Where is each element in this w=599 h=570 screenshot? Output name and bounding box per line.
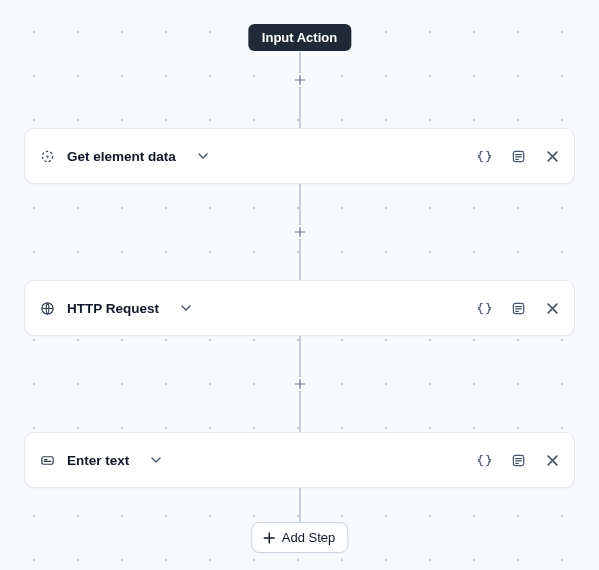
svg-rect-5 <box>41 456 52 464</box>
code-braces-icon[interactable] <box>476 148 492 164</box>
form-icon <box>39 452 55 468</box>
plus-icon <box>295 75 305 85</box>
add-step-label: Add Step <box>282 530 336 545</box>
workflow-header-chip[interactable]: Input Action <box>248 24 351 51</box>
chevron-down-icon[interactable] <box>179 301 193 315</box>
svg-point-1 <box>46 155 48 157</box>
chevron-down-icon[interactable] <box>196 149 210 163</box>
crosshair-icon <box>39 148 55 164</box>
code-braces-icon[interactable] <box>476 300 492 316</box>
insert-step-button[interactable] <box>293 73 307 87</box>
note-icon[interactable] <box>510 300 526 316</box>
step-actions <box>476 300 560 316</box>
step-card[interactable]: HTTP Request <box>24 280 575 336</box>
plus-icon <box>262 531 276 545</box>
note-icon[interactable] <box>510 148 526 164</box>
workflow-canvas: Input Action Get element data <box>0 0 599 570</box>
connector-line <box>299 488 300 522</box>
step-actions <box>476 452 560 468</box>
globe-icon <box>39 300 55 316</box>
step-header: Get element data <box>39 148 476 164</box>
code-braces-icon[interactable] <box>476 452 492 468</box>
insert-step-button[interactable] <box>293 225 307 239</box>
step-title: Enter text <box>67 453 129 468</box>
step-header: HTTP Request <box>39 300 476 316</box>
workflow-header-label: Input Action <box>262 30 337 45</box>
step-actions <box>476 148 560 164</box>
plus-icon <box>295 227 305 237</box>
add-step-button[interactable]: Add Step <box>251 522 349 553</box>
step-header: Enter text <box>39 452 476 468</box>
connector-line <box>299 52 300 128</box>
chevron-down-icon[interactable] <box>149 453 163 467</box>
close-icon[interactable] <box>544 300 560 316</box>
step-title: Get element data <box>67 149 176 164</box>
step-card[interactable]: Get element data <box>24 128 575 184</box>
plus-icon <box>295 379 305 389</box>
step-card[interactable]: Enter text <box>24 432 575 488</box>
insert-step-button[interactable] <box>293 377 307 391</box>
step-title: HTTP Request <box>67 301 159 316</box>
note-icon[interactable] <box>510 452 526 468</box>
close-icon[interactable] <box>544 452 560 468</box>
close-icon[interactable] <box>544 148 560 164</box>
